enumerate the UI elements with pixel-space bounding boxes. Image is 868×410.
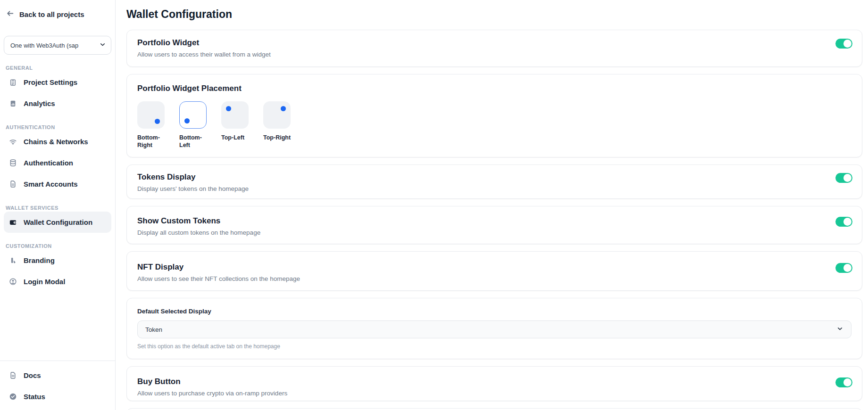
select-value: Token [145, 326, 836, 333]
chevron-down-icon [99, 41, 106, 50]
placement-options: Bottom-RightBottom-LeftTop-LeftTop-Right [137, 101, 851, 149]
card-description: Display all custom tokens on the homepag… [137, 229, 851, 237]
sidebar-item-smart-accounts[interactable]: Smart Accounts [4, 173, 111, 195]
wifi-icon [9, 138, 17, 146]
project-selector[interactable]: One with Web3Auth (sap [4, 36, 111, 55]
main-content: Wallet Configuration Portfolio Widget Al… [116, 0, 868, 410]
sidebar-item-label: Branding [24, 256, 55, 264]
sidebar-item-label: Docs [24, 371, 41, 379]
document-icon [9, 371, 17, 379]
sidebar-item-project-settings[interactable]: Project Settings [4, 72, 111, 93]
sidebar-item-wallet-configuration[interactable]: Wallet Configuration [4, 212, 111, 233]
sidebar-item-authentication[interactable]: Authentication [4, 152, 111, 173]
portfolio-widget-toggle[interactable] [835, 39, 852, 49]
sidebar-item-label: Login Modal [24, 278, 65, 286]
sidebar-item-label: Authentication [24, 159, 73, 167]
back-to-projects-label: Back to all projects [19, 10, 84, 18]
sidebar-item-status[interactable]: Status [4, 386, 111, 407]
sidebar-item-chains-networks[interactable]: Chains & Networks [4, 131, 111, 152]
sidebar-item-label: Chains & Networks [24, 138, 88, 146]
database-icon [9, 159, 17, 167]
branding-icon [9, 256, 17, 264]
nav-section-label-authentication: AUTHENTICATION [6, 124, 109, 130]
portfolio-widget-card: Portfolio Widget Allow users to access t… [126, 30, 862, 67]
card-title: Portfolio Widget Placement [137, 83, 851, 94]
placement-tile[interactable] [179, 101, 207, 129]
card-title: NFT Display [137, 262, 851, 272]
sidebar-item-branding[interactable]: Branding [4, 250, 111, 271]
sidebar: Back to all projects One with Web3Auth (… [0, 0, 116, 410]
card-description: Display users' tokens on the homepage [137, 185, 851, 193]
card-description: Allow users to see their NFT collections… [137, 275, 851, 283]
placement-tile[interactable] [221, 101, 249, 129]
show-custom-tokens-toggle[interactable] [835, 217, 852, 227]
project-selector-value: One with Web3Auth (sap [10, 42, 96, 49]
card-description: Allow users to access their wallet from … [137, 50, 851, 58]
placement-option-label: Top-Right [263, 134, 293, 141]
sidebar-nav: GENERALProject SettingsAnalyticsAUTHENTI… [0, 55, 115, 292]
nft-display-toggle[interactable] [835, 263, 852, 273]
default-selected-display-card: Default Selected Display Token Set this … [126, 298, 862, 359]
clipboard-icon [9, 78, 17, 86]
card-title: Buy Button [137, 377, 851, 387]
sidebar-item-label: Project Settings [24, 78, 77, 86]
sidebar-item-label: Smart Accounts [24, 180, 77, 188]
sidebar-item-login-modal[interactable]: Login Modal [4, 271, 111, 292]
placement-option-label: Bottom-Left [179, 134, 209, 149]
nft-display-card: NFT Display Allow users to see their NFT… [126, 251, 862, 291]
sidebar-item-analytics[interactable]: Analytics [4, 93, 111, 114]
portfolio-widget-placement-card: Portfolio Widget Placement Bottom-RightB… [126, 74, 862, 157]
card-title: Portfolio Widget [137, 38, 851, 48]
sidebar-item-docs[interactable]: Docs [4, 365, 111, 386]
chevron-down-icon [836, 325, 843, 334]
sidebar-item-label: Analytics [24, 99, 55, 107]
user-icon [9, 278, 17, 286]
document-icon [9, 180, 17, 188]
tokens-display-card: Tokens Display Display users' tokens on … [126, 164, 862, 199]
check-circle-icon [9, 393, 17, 401]
card-description: Allow users to purchase crypto via on-ra… [137, 389, 851, 397]
card-title: Tokens Display [137, 172, 851, 182]
back-to-projects-link[interactable]: Back to all projects [0, 0, 115, 19]
placement-tile[interactable] [263, 101, 291, 129]
partial-next-card [126, 408, 862, 410]
arrow-left-icon [6, 9, 14, 19]
placement-dot-icon [184, 118, 190, 123]
placement-option-label: Top-Left [221, 134, 251, 141]
field-helper-text: Set this option as the default active ta… [137, 343, 851, 350]
placement-tile[interactable] [137, 101, 165, 129]
nav-section-label-general: GENERAL [6, 65, 109, 71]
placement-option-top-left[interactable]: Top-Left [221, 101, 251, 149]
analytics-icon [9, 99, 17, 107]
nav-section-label-wallet-services: WALLET SERVICES [6, 205, 109, 211]
buy-button-card: Buy Button Allow users to purchase crypt… [126, 366, 862, 401]
placement-dot-icon [155, 119, 160, 124]
sidebar-footer: DocsStatus [0, 361, 115, 410]
page-title: Wallet Configuration [126, 8, 862, 21]
placement-option-label: Bottom-Right [137, 134, 167, 149]
field-label: Default Selected Display [137, 308, 851, 315]
sidebar-item-label: Wallet Configuration [24, 218, 92, 226]
buy-button-toggle[interactable] [835, 377, 852, 387]
card-title: Show Custom Tokens [137, 216, 851, 226]
nav-section-label-customization: CUSTOMIZATION [6, 243, 109, 249]
placement-option-top-right[interactable]: Top-Right [263, 101, 293, 149]
sidebar-item-label: Status [24, 393, 45, 401]
placement-option-bottom-left[interactable]: Bottom-Left [179, 101, 209, 149]
placement-dot-icon [226, 106, 231, 111]
placement-option-bottom-right[interactable]: Bottom-Right [137, 101, 167, 149]
show-custom-tokens-card: Show Custom Tokens Display all custom to… [126, 206, 862, 244]
tokens-display-toggle[interactable] [835, 173, 852, 183]
default-selected-display-select[interactable]: Token [137, 320, 851, 338]
wallet-icon [9, 218, 17, 226]
placement-dot-icon [281, 106, 286, 111]
